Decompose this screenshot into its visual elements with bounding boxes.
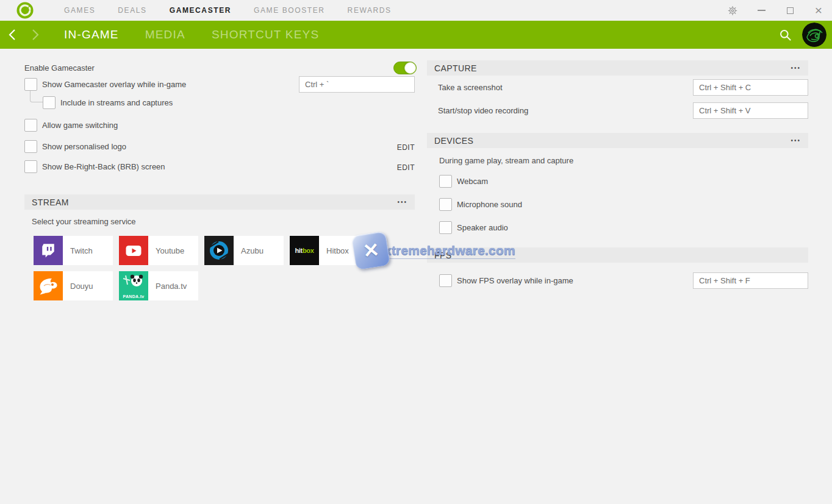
fps-hotkey-input[interactable]	[693, 272, 808, 289]
service-name: Panda.tv	[148, 282, 187, 291]
streaming-service-list: Twitch Youtube Azubu	[34, 236, 370, 300]
screenshot-hotkey-input[interactable]	[693, 79, 808, 96]
devices-overflow-menu-icon[interactable]: •••	[791, 138, 801, 144]
checkbox-row-show-overlay: Show Gamecaster overlay while in-game	[24, 78, 186, 91]
personalised-logo-checkbox[interactable]	[24, 140, 37, 153]
service-tile-hitbox[interactable]: hitbox Hitbox	[290, 236, 369, 265]
service-name: Hitbox	[319, 246, 349, 255]
microphone-label: Microphone sound	[457, 200, 522, 209]
personalised-logo-label: Show personalised logo	[42, 142, 126, 151]
take-screenshot-label: Take a screenshot	[438, 83, 503, 92]
brb-checkbox[interactable]	[24, 160, 37, 173]
fps-section-header: FPS	[427, 247, 808, 263]
subnav-tab-bar: IN-GAME MEDIA SHORTCUT KEYS	[64, 21, 319, 49]
titlebar: GAMES DEALS GAMECASTER GAME BOOSTER REWA…	[0, 0, 832, 21]
webcam-label: Webcam	[457, 177, 488, 186]
service-tile-panda-tv[interactable]: PANDA.tv Panda.tv	[119, 271, 198, 300]
microphone-checkbox[interactable]	[439, 198, 452, 211]
maximize-button[interactable]	[785, 5, 795, 15]
twitch-icon	[34, 236, 63, 265]
settings-gear-icon[interactable]	[728, 5, 737, 15]
include-streams-checkbox[interactable]	[43, 96, 56, 109]
tab-games[interactable]: GAMES	[64, 6, 95, 15]
user-avatar[interactable]	[802, 23, 827, 47]
speaker-label: Speaker audio	[457, 223, 508, 232]
stream-section-header: STREAM •••	[24, 194, 415, 210]
speaker-checkbox[interactable]	[439, 221, 452, 234]
devices-title: DEVICES	[434, 136, 473, 146]
hitbox-icon: hitbox	[290, 236, 319, 265]
checkbox-row-game-switching: Allow game switching	[24, 119, 118, 132]
close-icon: ×	[815, 6, 822, 15]
fps-overlay-checkbox[interactable]	[439, 274, 452, 287]
back-arrow-icon[interactable]	[9, 29, 16, 43]
razer-cortex-logo-icon	[16, 1, 34, 20]
panda-tv-icon: PANDA.tv	[119, 271, 148, 300]
video-recording-label: Start/stop video recording	[438, 106, 528, 115]
show-overlay-checkbox[interactable]	[24, 78, 37, 91]
webcam-checkbox[interactable]	[439, 175, 452, 188]
child-option-connector	[30, 91, 43, 102]
edit-logo-link[interactable]: EDIT	[389, 143, 415, 152]
fps-title: FPS	[434, 250, 451, 260]
service-name: Douyu	[63, 282, 93, 291]
devices-subtitle: During game play, stream and capture	[439, 156, 573, 165]
tab-gamecaster[interactable]: GAMECASTER	[170, 6, 231, 15]
panda-caption: PANDA.tv	[119, 294, 148, 299]
service-tile-douyu[interactable]: Douyu	[34, 271, 113, 300]
tab-deals[interactable]: DEALS	[118, 6, 146, 15]
stream-subtitle: Select your streaming service	[32, 217, 136, 226]
tab-rewards[interactable]: REWARDS	[348, 6, 392, 15]
devices-section-header: DEVICES •••	[427, 133, 808, 148]
checkbox-row-speaker: Speaker audio	[439, 221, 508, 234]
recording-hotkey-input[interactable]	[693, 102, 808, 119]
stream-overflow-menu-icon[interactable]: •••	[397, 199, 407, 205]
checkbox-row-fps-overlay: Show FPS overlay while in-game	[439, 274, 573, 287]
overlay-hotkey-input[interactable]	[299, 76, 415, 93]
tab-in-game[interactable]: IN-GAME	[64, 28, 119, 41]
checkbox-row-include-streams: Include in streams and captures	[43, 96, 173, 109]
tab-shortcut-keys[interactable]: SHORTCUT KEYS	[212, 28, 319, 41]
checkbox-row-brb: Show Be-Right-Back (BRB) screen	[24, 160, 165, 173]
main-tab-bar: GAMES DEALS GAMECASTER GAME BOOSTER REWA…	[64, 0, 392, 21]
enable-gamecaster-toggle[interactable]	[393, 62, 417, 74]
youtube-icon	[119, 236, 148, 265]
tab-media[interactable]: MEDIA	[145, 28, 185, 41]
douyu-icon	[34, 271, 63, 300]
enable-gamecaster-label: Enable Gamecaster	[24, 63, 95, 73]
gamecaster-subnav: IN-GAME MEDIA SHORTCUT KEYS	[0, 21, 832, 49]
game-switching-checkbox[interactable]	[24, 119, 37, 132]
capture-overflow-menu-icon[interactable]: •••	[791, 65, 801, 71]
include-streams-label: Include in streams and captures	[60, 98, 173, 107]
fps-overlay-label: Show FPS overlay while in-game	[457, 276, 573, 285]
forward-arrow-icon[interactable]	[32, 29, 39, 43]
service-tile-youtube[interactable]: Youtube	[119, 236, 198, 265]
capture-title: CAPTURE	[434, 63, 477, 73]
game-switching-label: Allow game switching	[42, 121, 118, 130]
minimize-button[interactable]	[756, 5, 766, 15]
close-button[interactable]: ×	[814, 5, 823, 15]
service-name: Azubu	[234, 246, 264, 255]
stream-title: STREAM	[32, 197, 69, 207]
service-name: Twitch	[63, 246, 93, 255]
service-tile-twitch[interactable]: Twitch	[34, 236, 113, 265]
edit-brb-link[interactable]: EDIT	[389, 163, 415, 172]
show-overlay-label: Show Gamecaster overlay while in-game	[42, 80, 186, 89]
checkbox-row-microphone: Microphone sound	[439, 198, 522, 211]
maximize-icon	[787, 7, 794, 14]
service-tile-azubu[interactable]: Azubu	[204, 236, 284, 265]
search-icon[interactable]	[779, 29, 792, 44]
service-name: Youtube	[148, 246, 184, 255]
brb-label: Show Be-Right-Back (BRB) screen	[42, 162, 165, 171]
in-game-settings-page: Enable Gamecaster Show Gamecaster overla…	[0, 49, 832, 504]
tab-game-booster[interactable]: GAME BOOSTER	[254, 6, 325, 15]
toggle-knob	[404, 62, 416, 74]
capture-section-header: CAPTURE •••	[427, 60, 808, 76]
minimize-icon	[758, 10, 766, 11]
azubu-icon	[204, 236, 234, 265]
window-controls: ×	[728, 0, 823, 21]
checkbox-row-personalised-logo: Show personalised logo	[24, 140, 126, 153]
checkbox-row-webcam: Webcam	[439, 175, 488, 188]
